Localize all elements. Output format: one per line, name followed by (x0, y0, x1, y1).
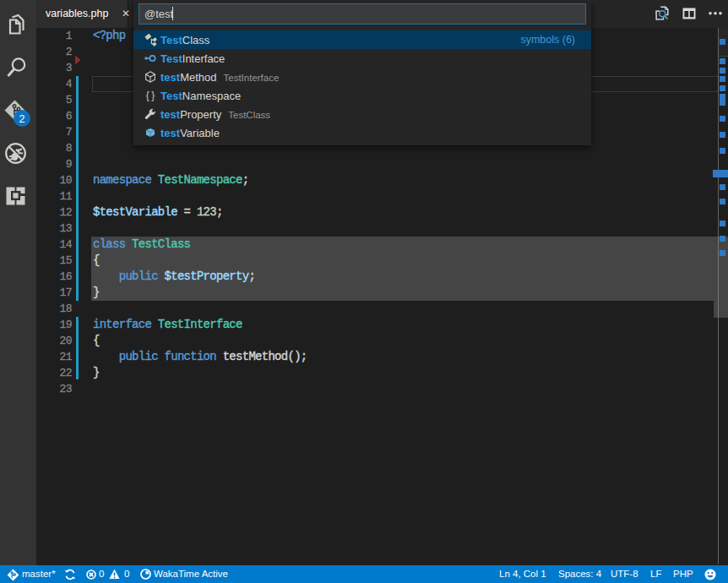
svg-text:2: 2 (19, 113, 25, 125)
svg-text:{ }: { } (146, 90, 155, 101)
